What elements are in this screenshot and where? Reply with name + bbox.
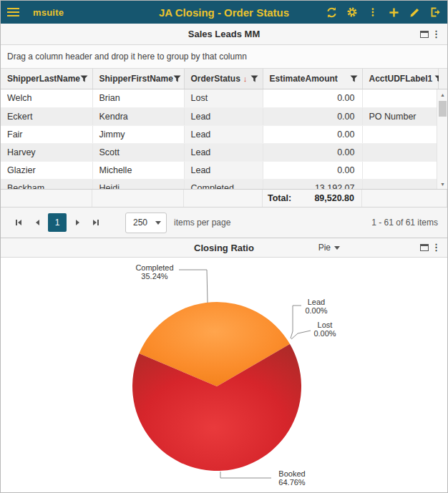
filter-icon[interactable] bbox=[250, 75, 258, 82]
vertical-scrollbar[interactable]: ▲ ▼ bbox=[437, 89, 447, 189]
menu-icon[interactable] bbox=[7, 8, 19, 17]
table-cell: Beckham bbox=[1, 179, 92, 189]
page-number-button[interactable]: 1 bbox=[48, 213, 67, 232]
chart-panel-header: Closing Ratio Pie ⋮ bbox=[1, 238, 447, 258]
table-row[interactable]: EckertKendraLead0.00PO Number bbox=[1, 107, 438, 125]
grid-panel-title: Sales Leads MM bbox=[188, 29, 260, 39]
chart-type-dropdown[interactable]: Pie bbox=[318, 243, 340, 253]
table-cell: 0.00 bbox=[263, 161, 362, 179]
plus-icon[interactable] bbox=[386, 5, 401, 19]
pie-label-booked: Booked64.76% bbox=[267, 469, 317, 487]
table-cell: 0.00 bbox=[263, 89, 362, 107]
grid-body-table: WelchBrianLost0.00EckertKendraLead0.00PO… bbox=[1, 89, 439, 189]
grid-totals-row: Total: 89,520.80 bbox=[1, 189, 447, 207]
kebab-icon[interactable]: ⋮ bbox=[432, 31, 441, 38]
table-cell bbox=[362, 89, 438, 107]
filter-icon[interactable] bbox=[350, 75, 358, 82]
column-header-shipperfirstname[interactable]: ShipperFirstName bbox=[92, 69, 184, 89]
table-row[interactable]: HarveyScottLead0.00 bbox=[1, 143, 438, 161]
chart-type-value: Pie bbox=[318, 243, 331, 253]
page-range-info: 1 - 61 of 61 items bbox=[371, 218, 438, 228]
pie-label-lost: Lost0.00% bbox=[302, 321, 348, 338]
table-cell: 0.00 bbox=[263, 107, 362, 125]
table-cell: Fair bbox=[1, 125, 92, 143]
table-row[interactable]: FairJimmyLead0.00 bbox=[1, 125, 438, 143]
table-cell: Harvey bbox=[1, 143, 92, 161]
window-icon[interactable] bbox=[420, 31, 429, 38]
table-cell: 0.00 bbox=[263, 125, 362, 143]
refresh-icon[interactable] bbox=[324, 5, 339, 19]
filter-icon[interactable] bbox=[80, 75, 88, 82]
grid-panel: Sales Leads MM ⋮ Drag a column header an… bbox=[1, 24, 447, 238]
grid-panel-header: Sales Leads MM ⋮ bbox=[1, 24, 447, 45]
column-label: EstimateAmount bbox=[270, 74, 338, 84]
pie-label-completed: Completed35.24% bbox=[126, 263, 183, 280]
scroll-up-icon[interactable]: ▲ bbox=[437, 89, 447, 99]
filter-icon[interactable] bbox=[173, 75, 181, 82]
table-cell: Kendra bbox=[92, 107, 184, 125]
kebab-icon[interactable]: ⋮ bbox=[432, 244, 441, 251]
scrollbar-thumb[interactable] bbox=[439, 101, 447, 117]
first-page-button[interactable] bbox=[9, 213, 28, 232]
gear-icon[interactable] bbox=[345, 5, 359, 19]
table-cell: Eckert bbox=[1, 107, 92, 125]
kebab-icon[interactable] bbox=[366, 5, 380, 19]
window-icon[interactable] bbox=[420, 244, 429, 251]
table-cell: Glazier bbox=[1, 161, 92, 179]
application-window: msuite JA Closing - Order Status bbox=[0, 0, 448, 493]
items-per-page-label: items per page bbox=[174, 218, 230, 228]
column-header-acctudflabel1[interactable]: AcctUDFLabel1 bbox=[362, 69, 438, 89]
table-cell: 13,192.07 bbox=[263, 179, 362, 189]
table-cell: Lead bbox=[184, 107, 263, 125]
chart-panel: Closing Ratio Pie ⋮ bbox=[1, 238, 447, 493]
column-label: OrderStatus bbox=[191, 74, 240, 84]
pie-chart: Completed35.24% Lead0.00% Lost0.00% Book… bbox=[1, 258, 448, 493]
scroll-down-icon[interactable]: ▼ bbox=[437, 179, 447, 189]
app-bar-actions bbox=[324, 1, 442, 24]
column-header-shipperlastname[interactable]: ShipperLastName bbox=[1, 69, 92, 89]
brand-logo: msuite bbox=[33, 7, 64, 18]
last-page-button[interactable] bbox=[87, 213, 105, 232]
pencil-icon[interactable] bbox=[407, 5, 422, 19]
page-size-dropdown[interactable]: 250 bbox=[125, 213, 167, 233]
table-cell: Welch bbox=[1, 89, 92, 107]
total-value: 89,520.80 bbox=[314, 193, 354, 203]
column-header-estimateamount[interactable]: EstimateAmount bbox=[263, 69, 362, 89]
table-cell: Lead bbox=[184, 125, 263, 143]
table-cell: Lead bbox=[184, 143, 263, 161]
table-row[interactable]: BeckhamHeidiCompleted13,192.07 bbox=[1, 179, 438, 189]
table-cell: Lead bbox=[184, 161, 263, 179]
group-drop-hint: Drag a column header and drop it here to… bbox=[7, 52, 247, 62]
table-cell: Lost bbox=[184, 89, 263, 107]
table-cell: 0.00 bbox=[263, 143, 362, 161]
column-label: AcctUDFLabel1 bbox=[369, 74, 433, 84]
chart-panel-title: Closing Ratio bbox=[194, 243, 254, 253]
column-label: ShipperFirstName bbox=[99, 74, 173, 84]
caret-down-icon bbox=[334, 246, 340, 250]
table-cell: Brian bbox=[92, 89, 184, 107]
pager: 1 250 items per page 1 - 61 of 61 items bbox=[1, 207, 447, 238]
signout-icon[interactable] bbox=[428, 5, 442, 19]
table-cell: Heidi bbox=[92, 179, 184, 189]
header-scrollbar-spacer bbox=[439, 69, 448, 89]
table-cell bbox=[362, 143, 438, 161]
column-label: ShipperLastName bbox=[7, 74, 80, 84]
total-label: Total: bbox=[268, 193, 291, 203]
next-page-button[interactable] bbox=[68, 213, 87, 232]
table-cell: PO Number bbox=[362, 107, 438, 125]
table-cell: Completed bbox=[184, 179, 263, 189]
table-cell: Jimmy bbox=[92, 125, 184, 143]
table-cell: Scott bbox=[92, 143, 184, 161]
table-cell bbox=[362, 179, 438, 189]
column-header-orderstatus[interactable]: OrderStatus ↓ bbox=[184, 69, 263, 89]
pie-slices[interactable] bbox=[132, 302, 301, 471]
table-cell bbox=[362, 125, 438, 143]
group-drop-zone[interactable]: Drag a column header and drop it here to… bbox=[1, 45, 447, 69]
table-cell bbox=[362, 161, 438, 179]
table-row[interactable]: GlazierMichelleLead0.00 bbox=[1, 161, 438, 179]
previous-page-button[interactable] bbox=[28, 213, 47, 232]
table-row[interactable]: WelchBrianLost0.00 bbox=[1, 89, 438, 107]
pie-label-lead: Lead0.00% bbox=[293, 298, 339, 315]
sort-desc-icon: ↓ bbox=[243, 74, 248, 83]
page-size-value: 250 bbox=[133, 218, 147, 228]
